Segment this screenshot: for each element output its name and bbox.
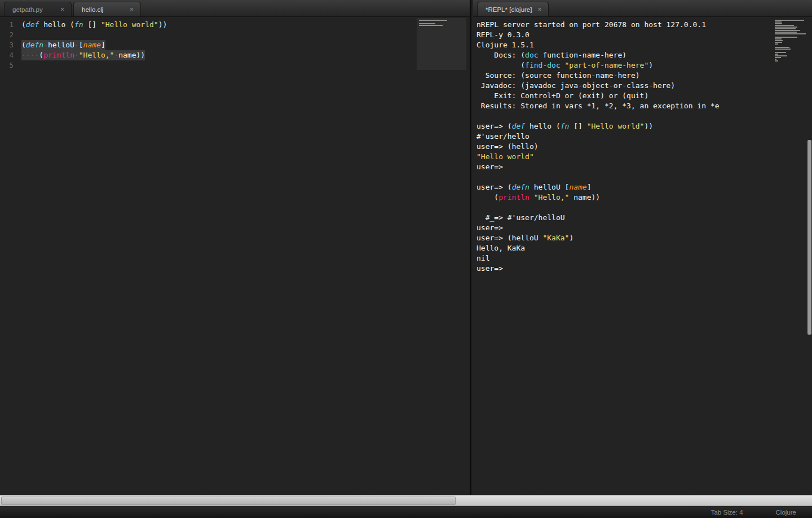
minimap-viewport[interactable]: [417, 18, 466, 70]
code-line[interactable]: Exit: Control+D or (exit) or (quit): [476, 91, 812, 101]
editor-window: getpath.py × hello.clj × 1(def hello (fn…: [0, 0, 812, 518]
code-token: ·: [74, 41, 79, 49]
status-syntax-selector[interactable]: Clojure: [776, 509, 796, 516]
code-text: (def hello (fn [] "Hello world")): [21, 20, 167, 30]
minimap-line: [775, 37, 797, 38]
close-icon[interactable]: ×: [60, 6, 64, 13]
code-token: (: [21, 41, 26, 49]
code-line[interactable]: user=> (defn helloU [name]: [476, 182, 812, 192]
code-line[interactable]: nREPL server started on port 20678 on ho…: [476, 20, 812, 30]
code-line[interactable]: [476, 111, 812, 121]
code-token: nil: [476, 254, 489, 262]
status-tab-size[interactable]: Tab Size: 4: [711, 509, 743, 516]
code-text: Docs: (doc function-name-here): [476, 50, 626, 60]
code-line[interactable]: (find-doc "part-of-name-here"): [476, 60, 812, 71]
code-line[interactable]: Source: (source function-name-here): [476, 71, 812, 81]
minimap-line: [775, 28, 796, 29]
code-token: [561, 61, 565, 69]
left-editor-content[interactable]: 1(def hello (fn [] "Hello world"))23(def…: [0, 17, 470, 495]
code-line[interactable]: #'user/hello: [476, 131, 812, 142]
close-icon[interactable]: ×: [537, 6, 541, 13]
code-line[interactable]: Docs: (doc function-name-here): [476, 50, 812, 60]
code-token: ····: [21, 51, 39, 59]
code-line[interactable]: #_=> #'user/helloU: [476, 213, 812, 223]
code-text: Source: (source function-name-here): [476, 71, 640, 81]
code-line[interactable]: Clojure 1.5.1: [476, 40, 812, 50]
minimap[interactable]: [419, 20, 464, 28]
code-line[interactable]: user=> (def hello (fn [] "Hello world")): [476, 121, 812, 131]
code-text: user=>: [476, 264, 503, 274]
code-line[interactable]: user=> (hello): [476, 142, 812, 152]
code-line[interactable]: Results: Stored in vars *1, *2, *3, an e…: [476, 101, 812, 111]
code-token: name: [118, 51, 136, 59]
code-token: println: [43, 51, 74, 59]
code-text: Javadoc: (javadoc java-object-or-class-h…: [476, 81, 675, 91]
code-token: Source: (source function-name-here): [476, 71, 640, 80]
minimap-line: [775, 21, 782, 23]
code-line[interactable]: Hello, KaKa: [476, 243, 812, 253]
code-text: "Hello world": [476, 152, 534, 162]
minimap-line: [775, 27, 797, 28]
minimap-line: [775, 33, 806, 34]
code-line[interactable]: user=>: [476, 264, 812, 274]
right-pane: *REPL* [clojure] × nREPL server started …: [473, 0, 812, 495]
code-text: Results: Stored in vars *1, *2, *3, an e…: [476, 101, 719, 111]
minimap-line: [775, 32, 797, 33]
line-number: 5: [0, 60, 14, 71]
code-token: (: [476, 193, 498, 201]
code-text: nil: [476, 253, 489, 264]
code-text: user=> (def hello (fn [] "Hello world")): [476, 121, 653, 131]
code-token: "Hello world": [587, 122, 645, 130]
code-line[interactable]: 1(def hello (fn [] "Hello world")): [0, 20, 470, 30]
line-number: 1: [0, 20, 14, 30]
code-line[interactable]: [476, 203, 812, 213]
tab-hello-clj[interactable]: hello.clj ×: [73, 2, 141, 16]
editor-area: getpath.py × hello.clj × 1(def hello (fn…: [0, 0, 812, 495]
code-line[interactable]: 5: [0, 60, 470, 71]
code-token: #'user/hello: [476, 132, 529, 141]
code-line[interactable]: user=>: [476, 162, 812, 172]
code-line[interactable]: "Hello world": [476, 152, 812, 162]
code-token: (: [476, 61, 525, 69]
line-number: 3: [0, 40, 14, 50]
tab-getpath-py[interactable]: getpath.py ×: [4, 2, 72, 16]
left-tab-bar: getpath.py × hello.clj ×: [0, 0, 470, 17]
code-text: (find-doc "part-of-name-here"): [476, 60, 653, 71]
code-token: Javadoc: (javadoc java-object-or-class-h…: [476, 81, 675, 90]
minimap[interactable]: [775, 20, 807, 62]
vertical-scrollbar[interactable]: [807, 140, 811, 335]
code-token: fn: [561, 122, 570, 130]
code-token: (: [21, 20, 26, 29]
code-line[interactable]: (println "Hello," name)): [476, 192, 812, 203]
repl-lines: nREPL server started on port 20678 on ho…: [473, 20, 812, 274]
status-bar: Tab Size: 4 Clojure: [0, 507, 812, 518]
minimap-line: [775, 57, 781, 58]
code-line[interactable]: 2: [0, 30, 470, 40]
code-line[interactable]: Javadoc: (javadoc java-object-or-class-h…: [476, 81, 812, 91]
minimap-line: [775, 25, 794, 26]
code-line[interactable]: user=>: [476, 223, 812, 233]
code-token: user=>: [476, 264, 503, 273]
code-token: user=> (: [476, 122, 512, 130]
code-token: nREPL server started on port 20678 on ho…: [476, 20, 706, 29]
tab-label: *REPL* [clojure]: [486, 6, 532, 13]
code-text: user=>: [476, 223, 503, 233]
minimap-line: [775, 38, 782, 39]
horizontal-scrollbar-thumb[interactable]: [1, 497, 456, 505]
code-line[interactable]: 3(defn·helloU·[name]: [0, 40, 470, 50]
close-icon[interactable]: ×: [130, 6, 134, 13]
code-token: []: [569, 122, 586, 130]
code-line[interactable]: nil: [476, 253, 812, 264]
code-line[interactable]: 4····(println·"Hello,"·name)): [0, 50, 470, 60]
code-line[interactable]: REPL-y 0.3.0: [476, 30, 812, 40]
repl-content[interactable]: nREPL server started on port 20678 on ho…: [473, 17, 812, 495]
line-number: 2: [0, 30, 14, 40]
code-token: ·: [74, 51, 79, 59]
code-line[interactable]: [476, 172, 812, 182]
code-line[interactable]: user=> (helloU "KaKa"): [476, 233, 812, 243]
code-token: [529, 193, 534, 201]
tab-repl-clojure[interactable]: *REPL* [clojure] ×: [477, 2, 549, 16]
code-token: ): [648, 61, 653, 69]
horizontal-scrollbar[interactable]: [0, 495, 812, 506]
code-token: )): [136, 51, 145, 59]
